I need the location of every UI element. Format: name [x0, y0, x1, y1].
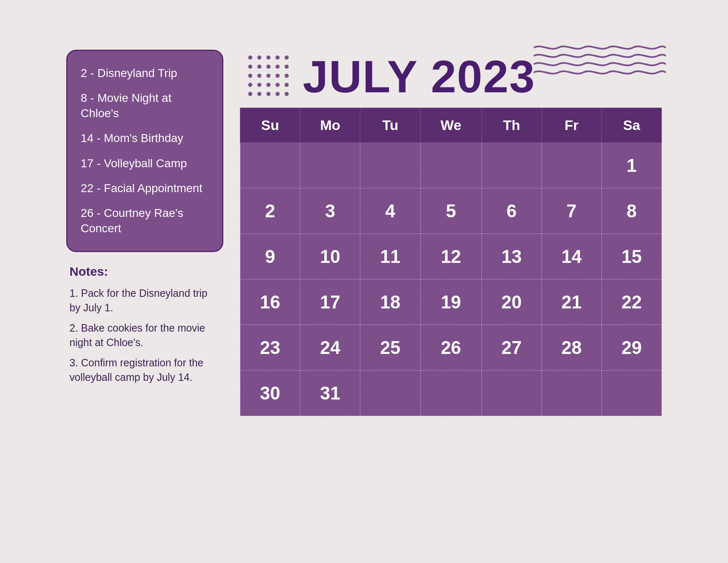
event-item-6: 26 - Courtney Rae's Concert [81, 206, 209, 236]
day-header-tu: Tu [360, 108, 420, 143]
calendar-day [541, 371, 601, 416]
calendar-day: 9 [240, 234, 300, 279]
events-box: 2 - Disneyland Trip 8 - Movie Night at C… [66, 50, 223, 252]
calendar-day: 11 [360, 234, 420, 279]
wavy-decoration [534, 41, 666, 83]
event-item-3: 14 - Mom's Birthday [81, 131, 209, 146]
calendar-day [360, 371, 420, 416]
day-header-we: We [420, 108, 481, 143]
calendar-grid: Su Mo Tu We Th Fr Sa 1234567891011121314… [240, 108, 662, 416]
calendar-day: 10 [300, 234, 360, 279]
calendar-day: 5 [420, 188, 481, 234]
dot-grid [248, 55, 290, 98]
calendar-day: 29 [601, 325, 661, 371]
month-year-title: JULY 2023 [303, 54, 535, 99]
calendar-day [420, 143, 481, 188]
calendar-week-3: 9101112131415 [240, 234, 662, 279]
day-header-su: Su [240, 108, 300, 143]
calendar-day: 26 [420, 325, 481, 371]
calendar-day: 14 [541, 234, 601, 279]
day-header-fr: Fr [541, 108, 601, 143]
calendar-day: 18 [360, 279, 420, 325]
calendar-day: 20 [481, 279, 541, 325]
calendar-week-2: 2345678 [240, 188, 662, 234]
calendar-day: 25 [360, 325, 420, 371]
calendar-day [541, 143, 601, 188]
event-item-4: 17 - Volleyball Camp [81, 156, 209, 171]
calendar-day: 17 [300, 279, 360, 325]
day-header-sa: Sa [601, 108, 661, 143]
calendar-day: 3 [300, 188, 360, 234]
day-header-th: Th [481, 108, 541, 143]
calendar-day [481, 143, 541, 188]
calendar-day: 1 [601, 143, 661, 188]
calendar-day: 19 [420, 279, 481, 325]
calendar-day: 7 [541, 188, 601, 234]
calendar-day: 27 [481, 325, 541, 371]
calendar-week-5: 23242526272829 [240, 325, 662, 371]
page: 2 - Disneyland Trip 8 - Movie Night at C… [50, 33, 678, 530]
calendar-day: 21 [541, 279, 601, 325]
calendar-header-row: Su Mo Tu We Th Fr Sa [240, 108, 662, 143]
calendar-week-4: 16171819202122 [240, 279, 662, 325]
calendar-day: 23 [240, 325, 300, 371]
calendar-day [300, 143, 360, 188]
note-item-3: 3. Confirm registration for the volleyba… [69, 356, 220, 385]
calendar-day: 4 [360, 188, 420, 234]
calendar-day: 2 [240, 188, 300, 234]
calendar-day: 8 [601, 188, 661, 234]
right-column: JULY 2023 Su Mo Tu We Th Fr Sa 123456789… [240, 50, 662, 513]
notes-title: Notes: [69, 265, 220, 279]
note-item-2: 2. Bake cookies for the movie night at C… [69, 321, 220, 350]
calendar-day: 13 [481, 234, 541, 279]
notes-section: Notes: 1. Pack for the Disneyland trip b… [66, 265, 223, 390]
calendar-day [240, 143, 300, 188]
calendar-day [360, 143, 420, 188]
calendar-day: 16 [240, 279, 300, 325]
calendar-day: 28 [541, 325, 601, 371]
calendar-day: 24 [300, 325, 360, 371]
calendar-day: 12 [420, 234, 481, 279]
calendar-day [601, 371, 661, 416]
calendar-week-6: 3031 [240, 371, 662, 416]
calendar-week-1: 1 [240, 143, 662, 188]
left-column: 2 - Disneyland Trip 8 - Movie Night at C… [66, 50, 223, 513]
calendar-day: 30 [240, 371, 300, 416]
calendar-day: 6 [481, 188, 541, 234]
calendar-day [481, 371, 541, 416]
event-item-2: 8 - Movie Night at Chloe's [81, 91, 209, 121]
event-item-1: 2 - Disneyland Trip [81, 66, 209, 81]
calendar-day: 15 [601, 234, 661, 279]
note-item-1: 1. Pack for the Disneyland trip by July … [69, 286, 220, 315]
year-label: 2023 [431, 51, 536, 102]
calendar-day: 31 [300, 371, 360, 416]
month-label: JULY [303, 51, 417, 102]
calendar-day [420, 371, 481, 416]
event-item-5: 22 - Facial Appointment [81, 181, 209, 196]
day-header-mo: Mo [300, 108, 360, 143]
calendar-day: 22 [601, 279, 661, 325]
